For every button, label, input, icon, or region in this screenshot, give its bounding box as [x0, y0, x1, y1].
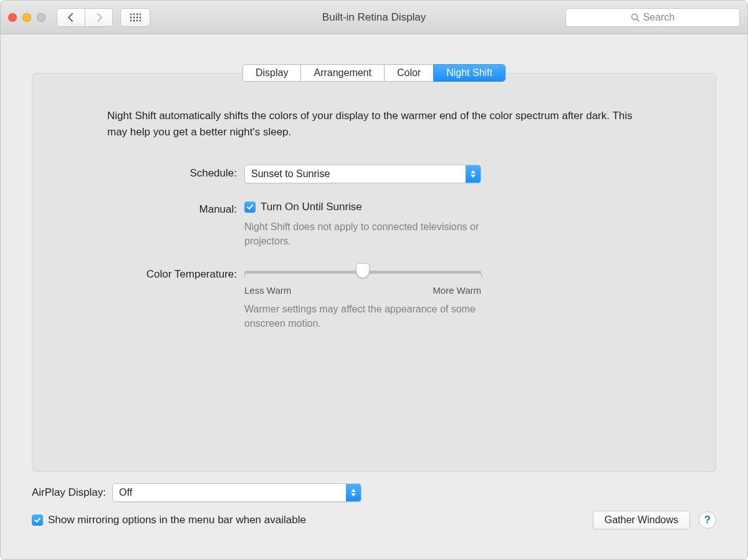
window-controls: [8, 13, 46, 22]
search-icon: [631, 13, 640, 22]
tab-arrangement[interactable]: Arrangement: [300, 64, 385, 82]
slider-labels: Less Warm More Warm: [244, 285, 481, 296]
preferences-window: Built-in Retina Display Search Display A…: [0, 0, 748, 560]
checkmark-icon: [246, 203, 254, 211]
tab-display[interactable]: Display: [242, 64, 301, 82]
mirroring-checkbox-line[interactable]: Show mirroring options in the menu bar w…: [32, 514, 306, 526]
manual-row: Manual: Turn On Until Sunrise Night Shif…: [107, 201, 641, 248]
svg-point-11: [140, 19, 141, 21]
close-window-button[interactable]: [8, 13, 17, 22]
updown-icon: [346, 484, 361, 501]
manual-label: Manual:: [107, 201, 244, 216]
svg-point-0: [130, 13, 132, 15]
slider-max-label: More Warm: [433, 285, 481, 296]
tab-label: Display: [256, 67, 288, 79]
tab-night-shift[interactable]: Night Shift: [433, 64, 506, 82]
gather-windows-button[interactable]: Gather Windows: [593, 511, 690, 529]
titlebar: Built-in Retina Display Search: [1, 1, 747, 34]
svg-point-3: [140, 13, 141, 15]
manual-checkbox-label: Turn On Until Sunrise: [261, 201, 362, 213]
temperature-hint: Warmer settings may affect the appearanc…: [244, 302, 481, 331]
svg-line-13: [636, 19, 639, 21]
schedule-select[interactable]: Sunset to Sunrise: [244, 165, 481, 183]
mirroring-row: Show mirroring options in the menu bar w…: [32, 511, 716, 529]
svg-point-8: [130, 19, 132, 21]
svg-point-7: [140, 16, 141, 18]
slider-knob[interactable]: [356, 263, 370, 278]
back-button[interactable]: [57, 8, 85, 27]
tab-color[interactable]: Color: [384, 64, 434, 82]
zoom-window-button[interactable]: [37, 13, 46, 22]
svg-point-9: [133, 19, 135, 21]
mirroring-checkbox[interactable]: [32, 514, 43, 526]
bottom-area: AirPlay Display: Off Show mirroring opti…: [32, 483, 716, 529]
schedule-value: Sunset to Sunrise: [245, 168, 466, 180]
content-area: Display Arrangement Color Night Shift Ni…: [1, 34, 747, 559]
tab-label: Arrangement: [314, 67, 372, 79]
temperature-label: Color Temperature:: [107, 266, 244, 281]
svg-point-10: [137, 19, 138, 21]
temperature-slider[interactable]: Less Warm More Warm: [244, 266, 481, 296]
svg-point-1: [133, 13, 135, 15]
svg-point-5: [133, 16, 135, 18]
search-input[interactable]: Search: [565, 8, 740, 27]
grid-icon: [130, 13, 141, 22]
panel-description: Night Shift automatically shifts the col…: [107, 108, 641, 141]
tab-label: Night Shift: [446, 67, 492, 79]
chevron-right-icon: [95, 13, 103, 22]
checkmark-icon: [34, 516, 41, 524]
updown-icon: [466, 165, 481, 183]
chevron-left-icon: [67, 13, 75, 22]
airplay-row: AirPlay Display: Off: [32, 483, 716, 502]
help-icon: ?: [704, 514, 711, 526]
svg-point-6: [137, 16, 138, 18]
tab-label: Color: [397, 67, 421, 79]
manual-hint: Night Shift does not apply to connected …: [244, 220, 481, 248]
temperature-row: Color Temperature: Less Warm More Warm: [107, 266, 641, 331]
manual-checkbox[interactable]: [244, 201, 256, 213]
help-button[interactable]: ?: [699, 511, 716, 529]
nav-buttons: [57, 8, 113, 27]
slider-min-label: Less Warm: [244, 285, 291, 296]
airplay-select[interactable]: Off: [112, 483, 362, 502]
night-shift-panel: Night Shift automatically shifts the col…: [32, 73, 716, 472]
schedule-row: Schedule: Sunset to Sunrise: [107, 165, 641, 183]
svg-point-2: [137, 13, 138, 15]
manual-checkbox-line[interactable]: Turn On Until Sunrise: [244, 201, 641, 213]
forward-button[interactable]: [85, 8, 113, 27]
svg-point-4: [130, 16, 132, 18]
tab-group: Display Arrangement Color Night Shift: [242, 64, 506, 82]
show-all-button[interactable]: [120, 8, 150, 27]
airplay-label: AirPlay Display:: [32, 486, 106, 499]
airplay-value: Off: [113, 487, 346, 498]
gather-windows-label: Gather Windows: [605, 514, 678, 526]
schedule-label: Schedule:: [107, 165, 244, 180]
mirroring-checkbox-label: Show mirroring options in the menu bar w…: [48, 514, 306, 526]
minimize-window-button[interactable]: [22, 13, 31, 22]
search-placeholder: Search: [643, 12, 675, 23]
